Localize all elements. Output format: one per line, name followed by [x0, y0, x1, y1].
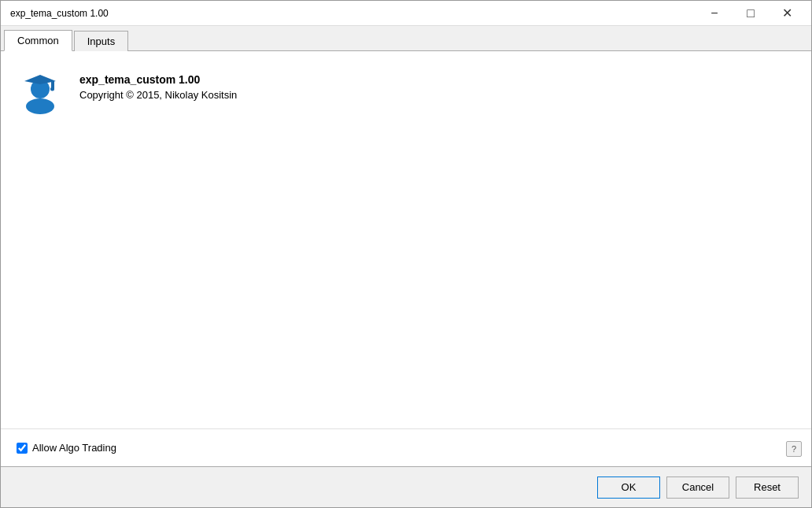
- algo-trading-label[interactable]: Allow Algo Trading: [17, 442, 795, 454]
- main-window: exp_tema_custom 1.00 − □ ✕ Common Inputs: [0, 0, 812, 508]
- reset-button[interactable]: Reset: [736, 476, 799, 499]
- title-buttons: − □ ✕: [696, 1, 805, 26]
- algo-trading-checkbox[interactable]: [17, 443, 28, 454]
- cancel-button[interactable]: Cancel: [666, 476, 729, 499]
- footer-bar: OK Cancel Reset: [1, 466, 811, 507]
- svg-point-0: [26, 98, 54, 114]
- expert-copyright: Copyright © 2015, Nikolay Kositsin: [79, 89, 237, 101]
- help-icon[interactable]: ?: [786, 441, 802, 457]
- maximize-button[interactable]: □: [733, 1, 769, 26]
- close-button[interactable]: ✕: [769, 1, 805, 26]
- expert-name: exp_tema_custom 1.00: [79, 73, 237, 86]
- expert-info: exp_tema_custom 1.00 Copyright © 2015, N…: [1, 51, 811, 130]
- tab-inputs[interactable]: Inputs: [74, 31, 128, 51]
- algo-trading-section: Allow Algo Trading: [1, 428, 811, 466]
- expert-details: exp_tema_custom 1.00 Copyright © 2015, N…: [79, 67, 237, 101]
- content-area: exp_tema_custom 1.00 Copyright © 2015, N…: [1, 51, 811, 466]
- tab-bar: Common Inputs: [1, 26, 811, 51]
- window-title: exp_tema_custom 1.00: [10, 8, 109, 19]
- ok-button[interactable]: OK: [597, 476, 660, 499]
- tab-common[interactable]: Common: [4, 30, 72, 51]
- expert-icon: [17, 67, 64, 114]
- title-bar: exp_tema_custom 1.00 − □ ✕: [1, 1, 811, 26]
- minimize-button[interactable]: −: [696, 1, 733, 26]
